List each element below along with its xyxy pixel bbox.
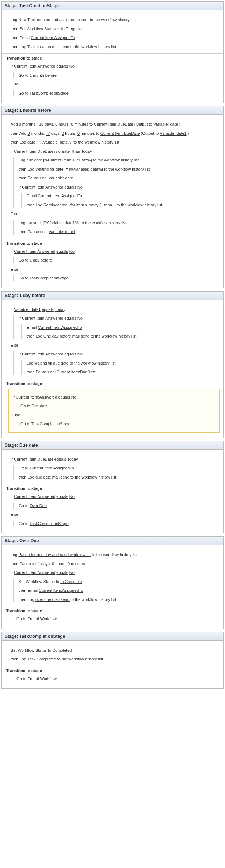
else-block: Go to TaskCompletionStage (13, 90, 217, 96)
stage-header[interactable]: Stage: 1 day before (2, 292, 223, 300)
operator-link[interactable]: is greater than (54, 149, 80, 153)
stage-header[interactable]: Stage: Over Due (2, 537, 223, 545)
email-target-link[interactable]: Current Item:AssignedTo (31, 35, 75, 40)
action-email[interactable]: Email Current Item:AssignedTo (27, 193, 217, 199)
action-pause[interactable]: then Pause until Variable: date1 (19, 229, 217, 235)
field-link[interactable]: Current Item:DueDate (14, 149, 53, 153)
stage-header[interactable]: Stage: Due date (2, 441, 223, 450)
if-block: Email Current Item:AssignedTo then Log d… (13, 465, 217, 480)
action-log[interactable]: then Log due date mail send to the workf… (19, 474, 217, 480)
action-pause[interactable]: then Pause until Variable: date (19, 175, 217, 181)
value-link[interactable]: No (69, 64, 75, 68)
action-set-status[interactable]: then Set Workflow Status to In Progress (11, 26, 217, 32)
condition-if[interactable]: If Current Item:Answered equals No (11, 570, 217, 576)
condition-else[interactable]: Else (11, 342, 217, 349)
status-link[interactable]: In Progress (61, 27, 82, 31)
log-message-link[interactable]: Task creation mail send (27, 45, 70, 49)
action-log[interactable]: Log New Task created and assigned to use… (11, 17, 217, 23)
action-log[interactable]: Log due date [%Current Item:DueDate%] to… (19, 157, 217, 163)
condition-if[interactable]: If Current Item:Answered equals No (19, 315, 217, 321)
action-log[interactable]: Log Pause for one day and send workflow … (11, 552, 217, 558)
condition-if[interactable]: If Variable: date1 equals Today (11, 307, 217, 313)
condition-if[interactable]: If Current Item:Answered equals No (11, 63, 217, 69)
field-link[interactable]: Current Item:Answered (14, 64, 55, 68)
separator (2, 484, 223, 484)
condition-if[interactable]: If Current Item:Answered equals No (19, 351, 217, 357)
action-goto[interactable]: Go to 1 day before (19, 257, 217, 263)
action-pause[interactable]: then Pause until Current Item:DueDate (27, 369, 217, 375)
transition-header: Transition to stage (6, 669, 217, 673)
stage-body: If Current Item:DueDate equals Today Ema… (2, 450, 223, 533)
action-log[interactable]: then Log date : [%Variable: date%] to th… (11, 139, 217, 145)
action-goto[interactable]: Go to End of Workflow (16, 676, 217, 682)
action-log[interactable]: then Log over due mail send to the workf… (19, 597, 217, 603)
action-email[interactable]: then Email Current Item:AssignedTo (11, 35, 217, 41)
if-block: Log waiting till due date to the workflo… (21, 360, 217, 375)
condition-if[interactable]: If Current Item:Answered equals No (11, 248, 217, 255)
transition-header: Transition to stage (6, 486, 217, 491)
field-link[interactable]: Current Item:DueDate (94, 122, 133, 126)
if-block: Email Current Item:AssignedTo then Log O… (21, 324, 217, 339)
condition-if[interactable]: If Current Item:Answered equals No (12, 394, 216, 400)
action-email[interactable]: Email Current Item:AssignedTo (19, 465, 217, 471)
action-log[interactable]: then Log One day before mail send to the… (27, 333, 217, 339)
condition-else[interactable]: Else (11, 266, 217, 273)
action-set-status[interactable]: Set Workflow Status to Completed (11, 647, 217, 654)
action-log[interactable]: then Log Task Completed to the workflow … (11, 656, 217, 662)
separator (2, 53, 223, 54)
action-goto[interactable]: Go to TaskCompletionStage (19, 275, 217, 281)
action-add-time[interactable]: Add 0 months, -15 days, 0 hours, 0 minut… (11, 121, 217, 127)
else-block: Go to TaskCompletionStage (13, 521, 217, 527)
if-block: If Current Item:Answered equals No Email… (13, 315, 217, 339)
action-pause-duration[interactable]: then Pause for 1 days, 0 hours, 0 minute… (11, 561, 217, 567)
variable-link[interactable]: Variable: date (153, 122, 178, 126)
variable-link[interactable]: Variable: date1 (160, 131, 187, 136)
action-goto[interactable]: Go to Due date (20, 403, 216, 409)
value-link[interactable]: Today (81, 149, 92, 153)
log-message-link[interactable]: New Task created and assigned to user (18, 18, 88, 22)
action-email[interactable]: Email Current Item:AssignedTo (27, 324, 217, 331)
condition-if[interactable]: If Current Item:DueDate equals Today (11, 456, 217, 462)
stage-body: Log New Task created and assigned to use… (2, 10, 223, 103)
action-goto[interactable]: Go to 1 month before (19, 72, 217, 79)
if-block: Log due date [%Current Item:DueDate%] to… (13, 157, 217, 208)
stage-link[interactable]: 1 month before (30, 73, 57, 77)
stage-header[interactable]: Stage: 1 month before (2, 106, 223, 115)
variable-link[interactable]: Variable: date (49, 176, 73, 180)
stage-body: Log Pause for one day and send workflow … (2, 545, 223, 629)
else-block: Log pause till [%Variable: date1%] to th… (13, 220, 217, 235)
action-email[interactable]: then Email Current Item:AssignedTo (19, 587, 217, 594)
action-goto[interactable]: Go to End of Workflow (16, 616, 217, 622)
condition-else[interactable]: Else (11, 81, 217, 87)
if-block: Go to 1 day before (13, 257, 217, 263)
else-block: Go to TaskCompletionStage (13, 275, 217, 281)
action-log[interactable]: then Log Task creation mail send to the … (11, 44, 217, 50)
action-goto[interactable]: Go to TaskCompletionStage (19, 90, 217, 96)
log-message-link[interactable]: date : [%Variable: date%] (27, 140, 72, 144)
action-log[interactable]: Log pause till [%Variable: date1%] to th… (19, 220, 217, 226)
stage-header[interactable]: Stage: TaskCompletionStage (2, 632, 223, 641)
if-block: Go to 1 month before (13, 72, 217, 79)
action-log[interactable]: then Log Reminder mail for Item > today … (27, 202, 217, 208)
transition-header: Transition to stage (6, 241, 217, 245)
action-set-status[interactable]: Set Workflow Status to In Complete (19, 579, 217, 585)
stage-link[interactable]: TaskCompletionStage (30, 91, 69, 95)
action-goto[interactable]: Go to Over Due (19, 503, 217, 509)
condition-else[interactable]: Else (11, 211, 217, 217)
action-goto[interactable]: Go to TaskCompletionStage (19, 521, 217, 527)
condition-else[interactable]: Else (12, 412, 216, 418)
action-log[interactable]: Log waiting till due date to the workflo… (27, 360, 217, 366)
condition-if[interactable]: If Current Item:Answered equals No (11, 494, 217, 500)
action-log[interactable]: then Log Waiting for date := [%Variable:… (19, 166, 217, 172)
condition-if[interactable]: If Current Item:DueDate is greater than … (11, 148, 217, 155)
operator-link[interactable]: equals (56, 64, 68, 68)
action-goto[interactable]: Go to TaskCompletionStage (20, 421, 216, 427)
action-add-time[interactable]: then Add 0 months, -7 days, 0 hours, 0 m… (11, 130, 217, 137)
selected-transition[interactable]: If Current Item:Answered equals No Go to… (8, 389, 220, 433)
stage-due-date: Stage: Due date If Current Item:DueDate … (1, 441, 224, 534)
condition-if[interactable]: If Current Item:Answered equals No (19, 184, 217, 190)
field-link[interactable]: Current Item:DueDate (100, 131, 140, 136)
stage-header[interactable]: Stage: TaskCreationStage (2, 2, 223, 10)
stage-task-completion: Stage: TaskCompletionStage Set Workflow … (1, 632, 224, 689)
condition-else[interactable]: Else (11, 511, 217, 518)
